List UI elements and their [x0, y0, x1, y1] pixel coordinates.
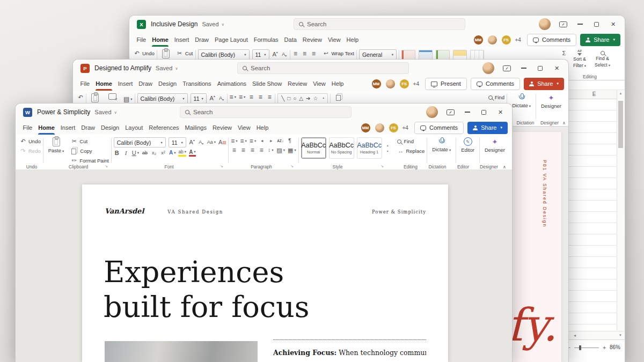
- styles-up-icon[interactable]: ▴: [387, 143, 389, 147]
- line-spacing-icon[interactable]: [267, 146, 274, 154]
- find-button[interactable]: Find: [488, 93, 504, 101]
- tab-home[interactable]: Home: [149, 33, 172, 47]
- presence-avatar-mm[interactable]: MM: [473, 35, 484, 45]
- scroll-down-icon[interactable]: ▼: [619, 334, 622, 337]
- account-avatar[interactable]: [482, 62, 494, 74]
- tab-review[interactable]: Review: [209, 121, 235, 135]
- shrink-font-icon[interactable]: [281, 51, 288, 58]
- replace-button[interactable]: Replace: [397, 147, 425, 155]
- number-format-select[interactable]: General: [359, 49, 397, 60]
- ppt-search-input[interactable]: [251, 65, 404, 71]
- bold-icon[interactable]: [114, 149, 120, 157]
- excel-search-box[interactable]: [294, 18, 465, 30]
- style-no-spacing[interactable]: AaBbCc No Spacing: [329, 137, 354, 159]
- shading-icon[interactable]: [276, 146, 285, 154]
- share-button[interactable]: Share: [467, 122, 508, 134]
- shrink-font-icon[interactable]: [218, 95, 225, 102]
- editor-button[interactable]: Editor: [458, 137, 477, 153]
- tab-references[interactable]: References: [146, 121, 182, 135]
- line-shape-icon[interactable]: ╲: [281, 95, 284, 101]
- highlight-color-icon[interactable]: [178, 149, 186, 157]
- cut-button[interactable]: Cut: [71, 137, 108, 145]
- designer-button[interactable]: Designer: [538, 93, 564, 109]
- align-right-icon[interactable]: [266, 93, 273, 101]
- tab-file[interactable]: File: [134, 33, 149, 47]
- word-search-input[interactable]: [193, 109, 346, 115]
- presence-avatar-fs[interactable]: FS: [399, 79, 409, 89]
- presence-avatar-mm[interactable]: MM: [361, 123, 371, 133]
- paragraph-dialog-launcher-icon[interactable]: [290, 164, 294, 168]
- collapse-ribbon-icon[interactable]: [562, 121, 566, 125]
- word-saved-status[interactable]: Saved: [94, 109, 117, 115]
- align-center-icon[interactable]: [302, 50, 308, 57]
- presence-avatar-fs[interactable]: FS: [389, 123, 399, 133]
- font-size-select[interactable]: 11: [191, 93, 207, 104]
- grow-font-icon[interactable]: [209, 95, 216, 102]
- styles-down-icon[interactable]: ▾: [387, 149, 389, 153]
- presence-more[interactable]: +4: [413, 81, 419, 87]
- align-left-icon[interactable]: [292, 50, 299, 57]
- sort-icon[interactable]: [277, 137, 284, 145]
- comments-button[interactable]: Comments: [471, 78, 520, 90]
- designer-button[interactable]: Designer: [482, 137, 508, 153]
- arrow-shape-icon[interactable]: ➔: [306, 95, 310, 101]
- ppt-search-box[interactable]: [237, 62, 409, 74]
- justify-icon[interactable]: [258, 146, 265, 154]
- account-avatar[interactable]: [426, 106, 438, 118]
- minimize-icon[interactable]: [463, 108, 471, 116]
- tab-view[interactable]: View: [325, 33, 343, 47]
- font-size-select[interactable]: 11: [252, 49, 269, 60]
- align-left-icon[interactable]: [248, 93, 254, 101]
- tab-slide-show[interactable]: Slide Show: [250, 77, 285, 91]
- underline-icon[interactable]: [132, 149, 139, 157]
- tab-formulas[interactable]: Formulas: [251, 33, 281, 47]
- excel-saved-status[interactable]: Saved: [202, 21, 224, 27]
- sort-filter-button[interactable]: Sort & Filter: [570, 49, 589, 69]
- clipboard-dialog-launcher-icon[interactable]: [105, 164, 108, 168]
- font-name-select[interactable]: Calibri (Body): [198, 49, 250, 60]
- grow-font-icon[interactable]: [272, 51, 279, 58]
- tab-insert[interactable]: Insert: [115, 77, 136, 91]
- tab-draw[interactable]: Draw: [192, 33, 212, 47]
- style-heading-1[interactable]: AaBbCc Heading 1: [357, 137, 382, 159]
- document-page[interactable]: VanArsdel VA Shared Design Power & Simpl…: [82, 184, 448, 362]
- share-screen-icon[interactable]: [559, 20, 567, 28]
- paste-button[interactable]: Paste: [46, 137, 67, 153]
- rectangle-shape-icon[interactable]: □: [287, 95, 290, 101]
- change-case-icon[interactable]: [207, 139, 216, 146]
- minimize-icon[interactable]: [576, 20, 584, 28]
- font-name-select[interactable]: Calibri (Body): [137, 93, 188, 104]
- account-avatar[interactable]: [539, 18, 551, 30]
- dictate-button[interactable]: Dictate: [509, 93, 533, 108]
- tab-data[interactable]: Data: [281, 33, 299, 47]
- presence-more[interactable]: +4: [515, 37, 521, 43]
- align-center-icon[interactable]: [257, 93, 264, 101]
- scroll-left-icon[interactable]: ◂: [574, 333, 576, 338]
- tab-design[interactable]: Design: [98, 121, 122, 135]
- close-icon[interactable]: [553, 64, 561, 72]
- presence-more[interactable]: +4: [402, 125, 408, 131]
- scroll-up-icon[interactable]: ▲: [617, 90, 624, 97]
- close-icon[interactable]: [496, 108, 504, 116]
- ppt-saved-status[interactable]: Saved: [156, 65, 178, 71]
- strikethrough-icon[interactable]: [142, 149, 148, 157]
- tab-view[interactable]: View: [310, 77, 329, 91]
- maximize-icon[interactable]: [480, 108, 488, 116]
- decrease-indent-icon[interactable]: [259, 137, 265, 145]
- style-normal[interactable]: AaBbCc Normal: [301, 137, 326, 159]
- clear-formatting-icon[interactable]: [218, 139, 226, 146]
- tab-insert[interactable]: Insert: [57, 121, 78, 135]
- scrollbar-thumb[interactable]: [618, 101, 623, 148]
- presence-avatar-photo[interactable]: [375, 123, 385, 133]
- word-search-box[interactable]: [180, 106, 352, 118]
- presence-avatar-photo[interactable]: [385, 79, 396, 89]
- tab-transitions[interactable]: Transitions: [180, 77, 214, 91]
- maximize-icon[interactable]: [592, 20, 601, 28]
- present-button[interactable]: Present: [425, 78, 467, 90]
- tab-draw[interactable]: Draw: [78, 121, 98, 135]
- close-icon[interactable]: [609, 20, 617, 28]
- tab-design[interactable]: Design: [155, 77, 179, 91]
- share-button[interactable]: Share: [524, 78, 564, 90]
- align-right-icon[interactable]: [249, 146, 255, 154]
- autosum-icon[interactable]: [561, 49, 567, 57]
